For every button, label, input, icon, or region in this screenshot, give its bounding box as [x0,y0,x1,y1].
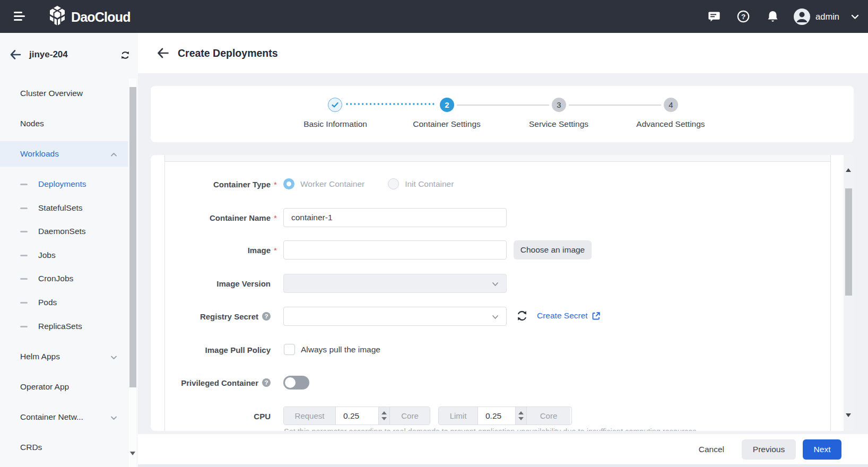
radio-worker-container[interactable] [283,178,294,189]
user-name[interactable]: admin [815,12,839,22]
form-box-border [164,155,165,431]
container-name-input[interactable] [283,208,507,227]
refresh-icon[interactable] [516,309,528,322]
container-settings-form: Container Type * Worker Container Init C… [151,155,854,431]
chevron-down-icon [491,313,499,323]
toggle-knob [285,377,296,388]
avatar[interactable] [794,8,810,25]
increment-icon [381,411,387,414]
scroll-up-icon[interactable] [846,159,851,169]
previous-button[interactable]: Previous [742,439,796,460]
page-title: Create Deployments [178,47,278,59]
step-connector [457,105,549,106]
sidebar-item-jobs[interactable]: Jobs [0,244,128,267]
required-asterisk: * [274,180,280,189]
cancel-button[interactable]: Cancel [699,445,724,454]
sidebar-item-replicasets[interactable]: ReplicaSets [0,315,128,338]
cpu-limit-label: Limit [439,407,478,425]
wizard-footer: Cancel Previous Next [138,434,868,464]
sidebar-item-cronjobs[interactable]: CronJobs [0,267,128,290]
step-2-circle[interactable]: 2 [440,98,454,112]
step-connector [569,105,661,106]
hamburger-menu-icon[interactable] [14,12,25,21]
step-4-label: Advanced Settings [612,119,729,129]
sidebar-item-statefulsets[interactable]: StatefulSets [0,196,128,220]
image-version-label: Image Version [164,278,271,289]
increment-icon [518,411,524,414]
dash-icon [20,231,28,232]
chevron-up-icon [110,151,117,158]
step-1-done-icon[interactable] [328,98,342,112]
privileged-toggle[interactable] [283,376,309,390]
radio-init-container[interactable] [388,178,399,189]
dash-icon [20,278,28,280]
sidebar-item-pods[interactable]: Pods [0,291,128,314]
form-box-tabstrip [165,155,830,162]
sidebar-scrollbar[interactable] [129,79,136,467]
cpu-request-input[interactable]: 0.25 [336,407,389,425]
bottom-strip [138,464,868,467]
switch-cluster-icon[interactable] [120,50,131,60]
always-pull-checkbox[interactable] [284,344,295,355]
sidebar-item-nodes[interactable]: Nodes [0,111,128,136]
brand-name: DaoCloud [71,6,131,28]
choose-image-button[interactable]: Choose an image [514,240,592,260]
cluster-name[interactable]: jinye-204 [29,49,68,60]
sidebar: jinye-204 Cluster Overview Nodes Workloa… [0,33,138,467]
topbar-right: ? admin [708,0,861,33]
stepper-arrows[interactable] [378,407,389,425]
help-icon[interactable]: ? [737,10,750,23]
sidebar-menu: Cluster Overview Nodes Workloads Deploym… [0,77,138,467]
radio-worker-container-label: Worker Container [300,179,364,189]
next-button[interactable]: Next [803,439,841,460]
daocloud-logo-icon [48,6,66,28]
cpu-limit-input[interactable]: 0.25 [478,407,526,425]
always-pull-label: Always pull the image [301,345,380,354]
top-bar: DaoCloud ? [0,0,868,33]
chat-icon[interactable] [708,10,721,23]
svg-text:?: ? [741,13,745,21]
scroll-down-icon[interactable] [130,455,135,465]
help-circle-icon[interactable]: ? [262,312,271,321]
dash-icon [20,326,28,327]
decrement-icon [518,417,524,420]
page-back-icon[interactable] [157,47,169,59]
brand[interactable]: DaoCloud [48,6,131,28]
form-scrollbar[interactable] [844,155,854,431]
dash-icon [20,207,28,209]
scroll-down-icon[interactable] [846,417,851,427]
cpu-request-group: Request 0.25 Core [283,407,430,425]
sidebar-item-helm-apps[interactable]: Helm Apps [0,344,128,369]
image-version-select[interactable] [283,274,507,293]
privileged-container-label: Privileged Container ? [164,377,271,388]
sidebar-item-operator-app[interactable]: Operator App [0,374,128,400]
sidebar-back-icon[interactable] [10,49,21,60]
container-name-label: Container Name [164,212,271,223]
decrement-icon [381,417,387,420]
cpu-limit-unit: Core [526,407,570,425]
app-root: DaoCloud ? [0,0,868,467]
step-4-circle[interactable]: 4 [664,98,678,112]
radio-init-container-label: Init Container [405,179,454,189]
required-asterisk: * [274,213,280,222]
sidebar-item-cluster-overview[interactable]: Cluster Overview [0,81,128,106]
registry-secret-select[interactable] [283,307,507,326]
stepper-arrows[interactable] [515,407,526,425]
step-3-circle[interactable]: 3 [552,98,566,112]
cpu-limit-group: Limit 0.25 Core [438,407,572,425]
form-scrollbar-thumb[interactable] [845,188,852,296]
sidebar-item-deployments[interactable]: Deployments [0,172,128,196]
cpu-hint-text: Set this parameter according to real dem… [284,427,697,431]
sidebar-scrollbar-thumb[interactable] [129,87,136,387]
sidebar-item-workloads[interactable]: Workloads [0,141,128,167]
sidebar-item-daemonsets[interactable]: DaemonSets [0,220,128,243]
help-circle-icon[interactable]: ? [262,378,271,387]
sidebar-item-crds[interactable]: CRDs [0,435,128,460]
create-secret-link[interactable]: Create Secret [537,311,601,321]
image-label: Image [164,245,271,255]
image-input[interactable] [283,240,507,260]
step-2-label: Container Settings [388,119,505,129]
user-chevron-down-icon[interactable] [848,10,861,23]
bell-icon[interactable] [766,10,779,23]
sidebar-item-container-network[interactable]: Container Netw... [0,404,128,430]
